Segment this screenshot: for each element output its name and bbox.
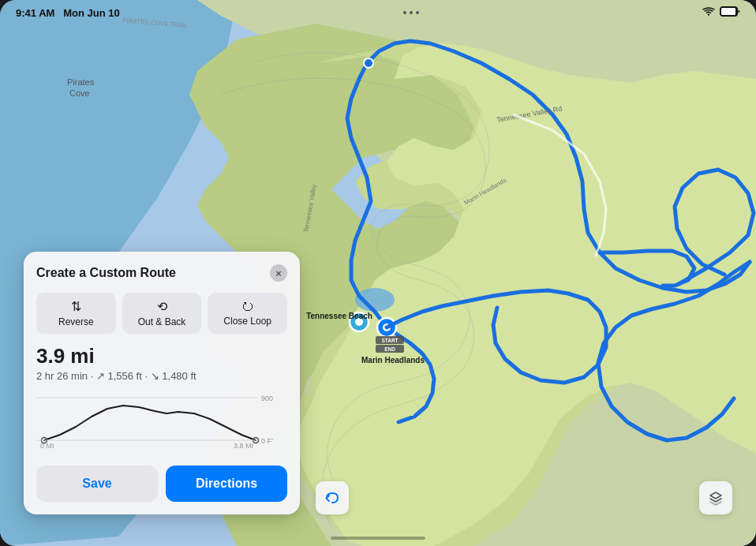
route-distance: 3.9 mi <box>36 345 287 368</box>
svg-text:3.8 MI: 3.8 MI <box>234 442 253 448</box>
reverse-label: Reverse <box>58 316 94 327</box>
status-center-dots <box>403 11 419 14</box>
layers-icon <box>707 489 724 507</box>
panel-title: Create a Custom Route <box>36 266 176 280</box>
dot3 <box>416 11 419 14</box>
svg-text:Marin Headlands: Marin Headlands <box>361 356 425 365</box>
svg-text:0 FT: 0 FT <box>261 437 273 445</box>
svg-text:Pirates: Pirates <box>67 77 95 87</box>
reverse-button[interactable]: ⇅ Reverse <box>36 293 116 334</box>
panel-actions: Save Directions <box>36 466 287 502</box>
close-button[interactable]: × <box>270 264 287 282</box>
directions-button[interactable]: Directions <box>166 466 287 502</box>
svg-text:Cove: Cove <box>69 88 90 98</box>
svg-rect-20 <box>721 8 735 15</box>
status-bar: 9:41 AM Mon Jun 10 <box>0 0 756 25</box>
route-options: ⇅ Reverse ⟲ Out & Back ⭮ Close Loop <box>36 293 287 334</box>
svg-text:900 FT: 900 FT <box>261 395 273 402</box>
svg-text:0 MI: 0 MI <box>40 442 54 448</box>
out-back-button[interactable]: ⟲ Out & Back <box>122 293 202 334</box>
layers-button[interactable] <box>699 481 732 514</box>
route-details: 2 hr 26 min · ↗ 1,556 ft · ↘ 1,480 ft <box>36 370 287 382</box>
status-date: Mon Jun 10 <box>63 7 120 19</box>
status-time: 9:41 AM <box>16 7 54 19</box>
map-container: Tennessee Valley Rd Marin Headlands Tenn… <box>0 0 756 546</box>
undo-button[interactable] <box>316 481 349 514</box>
undo-icon <box>324 490 341 506</box>
reverse-icon: ⇅ <box>71 299 81 314</box>
elevation-svg: 900 FT 0 FT 0 MI 3.8 MI <box>36 391 273 448</box>
panel-header: Create a Custom Route × <box>36 264 287 282</box>
close-loop-label: Close Loop <box>223 316 271 327</box>
wifi-icon <box>702 7 715 19</box>
route-panel: Create a Custom Route × ⇅ Reverse ⟲ Out … <box>24 252 300 514</box>
dot1 <box>403 11 406 14</box>
status-time-date: 9:41 AM Mon Jun 10 <box>16 7 120 19</box>
status-right <box>702 6 740 19</box>
svg-text:START: START <box>381 338 398 343</box>
save-button[interactable]: Save <box>36 466 158 502</box>
route-stats: 3.9 mi 2 hr 26 min · ↗ 1,556 ft · ↘ 1,48… <box>36 345 287 382</box>
dot2 <box>410 11 413 14</box>
map-controls <box>699 481 732 514</box>
close-loop-icon: ⭮ <box>241 299 254 313</box>
close-loop-button[interactable]: ⭮ Close Loop <box>208 293 287 334</box>
out-back-label: Out & Back <box>138 316 186 327</box>
home-indicator <box>331 537 425 540</box>
svg-text:Tennessee Beach: Tennessee Beach <box>306 312 372 320</box>
elevation-chart: 900 FT 0 FT 0 MI 3.8 MI <box>36 391 287 454</box>
svg-rect-21 <box>36 391 273 448</box>
svg-text:END: END <box>384 346 395 352</box>
svg-point-18 <box>364 58 373 68</box>
battery-icon <box>720 6 740 19</box>
out-back-icon: ⟲ <box>157 299 167 314</box>
